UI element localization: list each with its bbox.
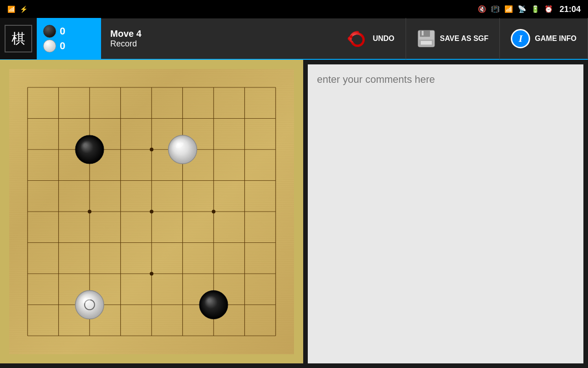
svg-rect-2 [420,30,430,37]
signal-icon: 📡 [518,5,526,13]
alarm-icon: ⏰ [544,5,553,13]
clock-display: 21:04 [560,5,581,14]
save-sgf-button[interactable]: SAVE AS SGF [406,18,500,59]
white-stone-indicator [43,40,56,52]
white-score: 0 [60,40,65,52]
chart-icon: 📶 [7,6,15,13]
undo-label: UNDO [373,34,394,43]
svg-rect-5 [421,41,432,45]
save-label: SAVE AS SGF [440,34,489,43]
go-logo-icon: 棋 [5,25,32,52]
record-label: Record [110,39,141,49]
go-board[interactable] [9,69,294,354]
toolbar: 棋 0 0 Move 4 Record [0,18,588,60]
toolbar-actions: UNDO SAVE AS SGF i GAME INFO [337,18,588,59]
app-logo: 棋 [0,18,37,59]
black-score-row: 0 [43,25,65,38]
battery-icon: 🔋 [531,5,540,13]
game-info-button[interactable]: i GAME INFO [500,18,588,59]
white-score-row: 0 [43,40,65,52]
wifi-icon: 📶 [504,5,513,13]
comment-input[interactable] [317,74,574,354]
save-floppy-icon [417,29,435,48]
black-stone-indicator [43,25,56,38]
status-left-icons: 📶 ⚡ [7,6,28,13]
usb-icon: ⚡ [20,6,28,13]
info-circle-icon: i [511,29,530,48]
mute-icon: 🔇 [478,5,486,13]
score-area: 0 0 [37,18,101,59]
undo-arrow-icon [348,29,368,49]
vibrate-icon: 📳 [491,5,500,13]
status-right-icons: 🔇 📳 📶 📡 🔋 ⏰ 21:04 [478,5,581,14]
comment-area[interactable] [308,64,583,363]
undo-button[interactable]: UNDO [337,18,406,59]
status-bar: 📶 ⚡ 🔇 📳 📶 📡 🔋 ⏰ 21:04 [0,0,588,18]
game-info-label: GAME INFO [535,34,577,43]
move-record-area: Move 4 Record [101,29,151,49]
main-content [0,60,588,368]
undo-icon-svg [348,29,368,49]
board-container[interactable] [0,60,303,363]
svg-rect-3 [422,31,424,35]
black-score: 0 [60,25,65,37]
move-number: Move 4 [110,29,141,39]
